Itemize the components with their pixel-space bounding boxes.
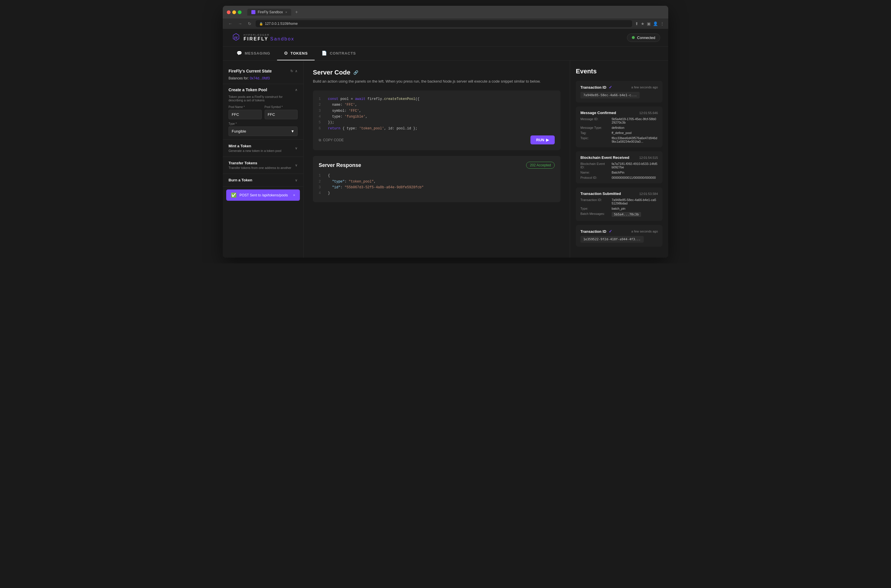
minimize-window-button[interactable] xyxy=(232,10,236,14)
pool-name-input[interactable] xyxy=(228,110,262,119)
link-icon[interactable]: 🔗 xyxy=(353,70,358,75)
transfer-tokens-header[interactable]: Transfer Tokens Transfer tokens from one… xyxy=(228,161,298,170)
server-code-desc: Build an action using the panels on the … xyxy=(313,78,560,85)
bc-id-value: fa7a7181-f092-4910-b533-14fd5b0927be xyxy=(612,162,658,169)
server-code-title: Server Code xyxy=(313,69,350,76)
toast-check-icon: ✅ xyxy=(231,192,237,198)
forward-button[interactable]: → xyxy=(237,21,243,27)
event-card-transaction-id-2: Transaction ID ✓ a few seconds ago 1e359… xyxy=(576,225,663,247)
event-row-topic: Topic: f8cc33bee6d43f576a6e47d946d9bc1a5… xyxy=(580,136,658,143)
mint-token-header[interactable]: Mint a Token Generate a new token in a t… xyxy=(228,144,298,153)
close-window-button[interactable] xyxy=(227,10,231,14)
blockchain-event-label: Blockchain Event Received xyxy=(580,155,629,160)
logo-sandbox: Sandbox xyxy=(270,36,294,41)
event-row-msg-id: Message ID: 5b5a4d19-1705-45ec-9fcf-58b0… xyxy=(580,117,658,124)
traffic-lights xyxy=(227,10,242,14)
tab-contracts[interactable]: 📄 CONTRACTS xyxy=(315,46,363,60)
chevron-down-icon: ▼ xyxy=(291,129,294,134)
toast-message: POST Sent to /api/tokens/pools xyxy=(239,193,288,197)
burn-token-section: Burn a Token ∨ xyxy=(223,174,304,187)
profile-icon[interactable]: 👤 xyxy=(653,21,658,26)
tag-value: ff_define_pool xyxy=(612,131,631,135)
firefly-logo-icon: FF xyxy=(231,32,241,43)
transfer-tokens-section: Transfer Tokens Transfer tokens from one… xyxy=(223,157,304,174)
transfer-tokens-chevron[interactable]: ∨ xyxy=(295,163,298,167)
browser-toolbar-icons: ⬆ ★ ▣ 👤 ⋮ xyxy=(635,21,664,26)
address-bar: ← → ↻ 🔒 127.0.0.1:5109/home ⬆ ★ ▣ 👤 ⋮ xyxy=(223,18,668,29)
txn-id-value: 7a948e85-58ec-4a66-b4e1-ca551298bdad xyxy=(612,198,658,205)
msg-type-label: Message Type: xyxy=(580,126,609,129)
browser-frame: FireFly Sandbox × + ← → ↻ 🔒 127.0.0.1:51… xyxy=(223,6,668,258)
maximize-window-button[interactable] xyxy=(238,10,242,14)
tab-messaging[interactable]: 💬 MESSAGING xyxy=(230,46,277,60)
burn-token-chevron[interactable]: ∨ xyxy=(295,178,298,182)
connected-indicator xyxy=(632,36,635,39)
burn-token-text: Burn a Token xyxy=(228,178,252,182)
run-button[interactable]: RUN ▶ xyxy=(530,135,555,144)
back-button[interactable]: ← xyxy=(227,21,234,27)
event-time-3: 12:01:54.515 xyxy=(639,156,658,159)
create-pool-title: Create a Token Pool xyxy=(228,87,267,92)
new-tab-button[interactable]: + xyxy=(293,9,300,15)
event-row-bc-name: Name: BatchPin xyxy=(580,171,658,174)
state-toggle[interactable]: ↻ ∧ xyxy=(290,69,298,73)
event-type-4: Transaction Submitted xyxy=(580,192,621,196)
event-row-protocol-id: Protocol ID: 000000000011/000000/000000 xyxy=(580,176,658,179)
share-icon[interactable]: ⬆ xyxy=(635,21,639,26)
pool-name-field: Pool Name * xyxy=(228,105,262,119)
connected-badge: Connected xyxy=(627,33,660,42)
event-card-4-header: Transaction Submitted 12:01:53.584 xyxy=(580,192,658,196)
burn-token-header[interactable]: Burn a Token ∨ xyxy=(228,178,298,182)
code-line-3: 3 symbol: 'FFC', xyxy=(319,108,555,114)
event-row-bc-id: Blockchain Event ID: fa7a7181-f092-4910-… xyxy=(580,162,658,169)
tab-tokens[interactable]: ⊙ TOKENS xyxy=(277,46,315,60)
logo-text-area: HYPERLEDGER FIREFLYSandbox xyxy=(243,33,294,42)
pool-symbol-input[interactable] xyxy=(264,110,298,119)
response-code-block: 1 { 2 "type": "token_pool", 3 "id": "55b… xyxy=(319,173,555,196)
sidebar-icon[interactable]: ▣ xyxy=(647,21,651,26)
menu-icon[interactable]: ⋮ xyxy=(660,21,664,26)
create-pool-section: Create a Token Pool ∧ Token pools are a … xyxy=(223,84,304,140)
tag-label: Tag: xyxy=(580,131,609,135)
code-line-2: 2 name: 'FFC', xyxy=(319,102,555,108)
bookmark-icon[interactable]: ★ xyxy=(641,21,645,26)
copy-code-button[interactable]: ⧉ COPY CODE xyxy=(319,138,344,142)
topic-value: f8cc33bee6d43f576a6e47d946d9bc1a58234e00… xyxy=(612,136,658,143)
response-line-3: 3 "id": "55b067d3-52f5-4a8b-a64e-9d8fe59… xyxy=(319,184,555,190)
mint-token-text: Mint a Token Generate a new token in a t… xyxy=(228,144,281,153)
tab-close-button[interactable]: × xyxy=(285,10,287,14)
lock-icon: 🔒 xyxy=(259,22,263,26)
messaging-icon: 💬 xyxy=(237,51,242,56)
transaction-submitted-label: Transaction Submitted xyxy=(580,192,621,196)
create-pool-toggle[interactable]: ∧ xyxy=(295,88,298,92)
connected-label: Connected xyxy=(637,36,655,40)
url-input[interactable]: 🔒 127.0.0.1:5109/home xyxy=(256,20,632,27)
event-type-3: Blockchain Event Received xyxy=(580,155,629,160)
collapse-icon[interactable]: ∧ xyxy=(295,69,298,73)
pool-type-select[interactable]: Fungible ▼ xyxy=(228,126,298,136)
batch-messages-badge: 5b5a4...70c3b xyxy=(612,212,641,217)
txn-type-value: batch_pin xyxy=(612,207,625,210)
event-card-1-header: Transaction ID ✓ a few seconds ago xyxy=(580,85,658,90)
state-title: FireFly's Current State xyxy=(228,69,272,74)
create-pool-header: Create a Token Pool ∧ xyxy=(228,87,298,92)
events-title: Events xyxy=(576,68,663,75)
run-arrow-icon: ▶ xyxy=(546,138,549,142)
app-container: FF HYPERLEDGER FIREFLYSandbox Connected … xyxy=(223,29,668,258)
tokens-icon: ⊙ xyxy=(284,51,288,56)
mint-token-chevron[interactable]: ∨ xyxy=(295,146,298,150)
burn-token-title: Burn a Token xyxy=(228,178,252,182)
left-panel: FireFly's Current State ↻ ∧ Balances for… xyxy=(223,61,304,258)
pool-type-field: Type * Fungible ▼ xyxy=(228,122,298,136)
reload-button[interactable]: ↻ xyxy=(246,21,253,27)
toast-close-button[interactable]: × xyxy=(293,193,295,197)
balances-label: Balances for: xyxy=(228,76,249,80)
bc-id-label: Blockchain Event ID: xyxy=(580,162,609,169)
refresh-icon[interactable]: ↻ xyxy=(290,69,293,73)
check-icon-2: ✓ xyxy=(609,229,612,234)
msg-type-value: definition xyxy=(612,126,624,129)
transaction-id-label-1: Transaction ID xyxy=(580,85,606,90)
browser-tab[interactable]: FireFly Sandbox × xyxy=(247,9,291,16)
event-card-transaction-id-1: Transaction ID ✓ a few seconds ago 7a948… xyxy=(576,81,663,102)
transfer-tokens-desc: Transfer tokens from one address to anot… xyxy=(228,166,291,170)
